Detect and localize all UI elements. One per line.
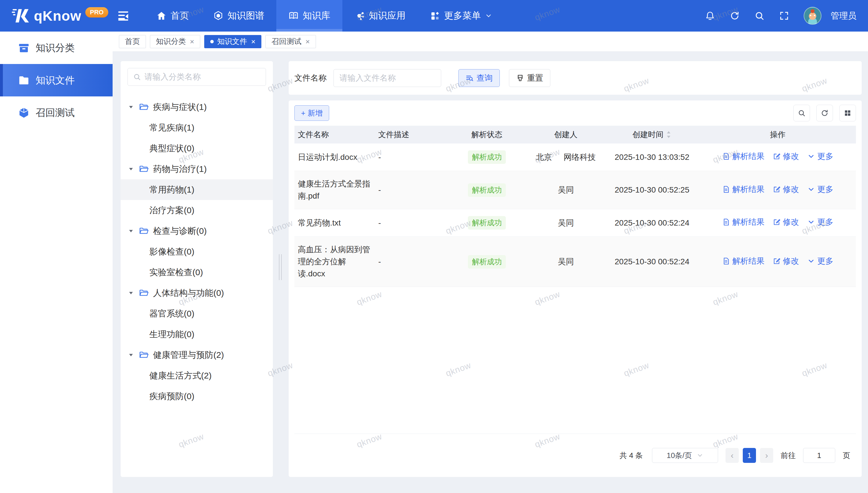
search-icon[interactable]: [754, 10, 765, 21]
file-name-input[interactable]: [333, 69, 441, 87]
caret-down-icon[interactable]: [128, 228, 134, 234]
nav-item-knowledge-graph[interactable]: 知识图谱: [201, 0, 276, 31]
table-row-3: 高血压：从病因到管理的全方位解读.docx-解析成功吴同2025-10-30 0…: [294, 237, 856, 287]
tree-node-9[interactable]: 人体结构与功能(0): [121, 283, 273, 303]
folder-open-icon: [139, 288, 148, 298]
document-icon: [722, 185, 730, 193]
page-suffix-label: 页: [843, 451, 850, 460]
caret-down-icon[interactable]: [128, 352, 134, 358]
tree-node-8[interactable]: 实验室检查(0): [121, 262, 273, 283]
parse-result-link[interactable]: 解析结果: [722, 150, 765, 163]
column-header-3: 创建人: [527, 129, 605, 140]
refresh-icon[interactable]: [729, 10, 740, 21]
parse-result-link[interactable]: 解析结果: [722, 255, 765, 267]
more-link[interactable]: 更多: [807, 184, 833, 195]
tree-node-label: 疾病预防(0): [149, 390, 194, 402]
user-name[interactable]: 管理员: [831, 10, 856, 22]
table-body: 日运动计划.docx-解析成功北京网络科技2025-10-30 13:03:52…: [294, 144, 856, 287]
tree-node-label: 人体结构与功能(0): [153, 287, 224, 299]
tab-1[interactable]: 知识分类×: [150, 35, 200, 48]
parse-result-link[interactable]: 解析结果: [722, 184, 765, 195]
user-avatar[interactable]: [804, 7, 822, 25]
fullscreen-icon[interactable]: [779, 10, 789, 21]
column-header-4[interactable]: 创建时间: [605, 129, 699, 140]
close-icon[interactable]: ×: [305, 38, 310, 45]
nav-item-knowledge-base[interactable]: 知识库: [276, 0, 343, 31]
current-page-button[interactable]: 1: [743, 448, 756, 463]
nav-item-more-menu[interactable]: 更多菜单: [418, 0, 504, 31]
close-icon[interactable]: ×: [190, 38, 194, 45]
main-navigation: 首页知识图谱知识库知识应用更多菜单: [144, 0, 504, 31]
tree-node-12[interactable]: 健康管理与预防(2): [121, 345, 273, 365]
tree-node-14[interactable]: 疾病预防(0): [121, 386, 273, 407]
column-header-2: 解析状态: [447, 129, 527, 140]
tree-node-2[interactable]: 典型症状(0): [121, 138, 273, 159]
column-header-0: 文件名称: [294, 129, 375, 140]
table-row-1: 健康生活方式全景指南.pdf-解析成功吴同2025-10-30 00:52:25…: [294, 171, 856, 209]
close-icon[interactable]: ×: [251, 38, 255, 45]
table-toolbar: + 新增: [289, 101, 862, 126]
tab-0[interactable]: 首页: [119, 35, 146, 48]
sort-icon[interactable]: [666, 131, 671, 138]
parse-result-link[interactable]: 解析结果: [722, 216, 765, 228]
table-layout-button[interactable]: [839, 105, 856, 121]
caret-down-icon[interactable]: [128, 104, 134, 110]
tree-node-1[interactable]: 常见疾病(1): [121, 117, 273, 138]
create-time-cell: 2025-10-30 00:52:24: [605, 217, 699, 229]
table-search-button[interactable]: [793, 105, 810, 121]
file-name-cell: 健康生活方式全景指南.pdf: [294, 178, 375, 202]
nav-item-knowledge-app[interactable]: 知识应用: [343, 0, 418, 31]
nav-item-home[interactable]: 首页: [144, 0, 201, 31]
actions-cell: 解析结果修改更多: [699, 216, 856, 230]
pro-badge: PRO: [85, 7, 108, 18]
app-sidebar: 知识分类知识文件召回测试: [0, 31, 112, 493]
column-label: 文件描述: [378, 130, 409, 139]
tree-node-4[interactable]: 常用药物(1): [121, 179, 273, 200]
tab-label: 知识分类: [156, 37, 186, 46]
tree-node-10[interactable]: 器官系统(0): [121, 303, 273, 324]
tree-search-input[interactable]: [144, 72, 261, 82]
creator-text: 吴同: [558, 185, 574, 194]
sidebar-item-cube[interactable]: 召回测试: [0, 97, 112, 129]
brand-logo[interactable]: qKnow PRO: [11, 6, 114, 26]
tab-2[interactable]: 知识文件×: [204, 35, 261, 48]
tree-node-3[interactable]: 药物与治疗(1): [121, 159, 273, 179]
reset-button[interactable]: 重置: [509, 69, 550, 87]
category-tree-panel: 疾病与症状(1)常见疾病(1)典型症状(0)药物与治疗(1)常用药物(1)治疗方…: [121, 61, 273, 477]
tree-node-6[interactable]: 检查与诊断(0): [121, 221, 273, 241]
tree-node-7[interactable]: 影像检查(0): [121, 241, 273, 262]
tree-node-5[interactable]: 治疗方案(0): [121, 200, 273, 221]
table-refresh-button[interactable]: [816, 105, 833, 121]
more-link[interactable]: 更多: [807, 255, 833, 267]
next-page-button[interactable]: ›: [760, 448, 773, 463]
notification-bell-icon[interactable]: [705, 10, 715, 21]
file-name-cell: 常见药物.txt: [294, 217, 375, 229]
collapse-menu-icon[interactable]: [117, 9, 130, 22]
edit-link[interactable]: 修改: [773, 184, 799, 195]
add-file-button[interactable]: + 新增: [294, 105, 329, 121]
more-link[interactable]: 更多: [807, 216, 833, 228]
nav-item-label: 知识应用: [369, 9, 406, 22]
page-size-select[interactable]: 10条/页: [652, 448, 718, 463]
edit-link[interactable]: 修改: [773, 255, 799, 267]
sidebar-item-category[interactable]: 知识分类: [0, 31, 112, 64]
tab-3[interactable]: 召回测试×: [265, 35, 316, 48]
edit-link[interactable]: 修改: [773, 150, 799, 163]
prev-page-button[interactable]: ‹: [725, 448, 739, 463]
edit-link[interactable]: 修改: [773, 216, 799, 228]
caret-down-icon[interactable]: [128, 166, 134, 172]
file-desc-cell: -: [375, 184, 447, 196]
document-icon: [722, 218, 730, 226]
folder-icon: [18, 74, 30, 86]
panel-splitter-handle[interactable]: [277, 254, 283, 280]
tree-node-13[interactable]: 健康生活方式(2): [121, 365, 273, 386]
tree-node-0[interactable]: 疾病与症状(1): [121, 97, 273, 117]
sidebar-item-folder[interactable]: 知识文件: [0, 64, 112, 97]
query-button[interactable]: 查询: [458, 69, 500, 87]
tree-node-label: 药物与治疗(1): [153, 163, 207, 175]
goto-page-input[interactable]: [803, 448, 835, 463]
caret-down-icon[interactable]: [128, 290, 134, 296]
more-link[interactable]: 更多: [807, 150, 833, 163]
edit-icon: [773, 152, 781, 160]
tree-node-11[interactable]: 生理功能(0): [121, 324, 273, 345]
